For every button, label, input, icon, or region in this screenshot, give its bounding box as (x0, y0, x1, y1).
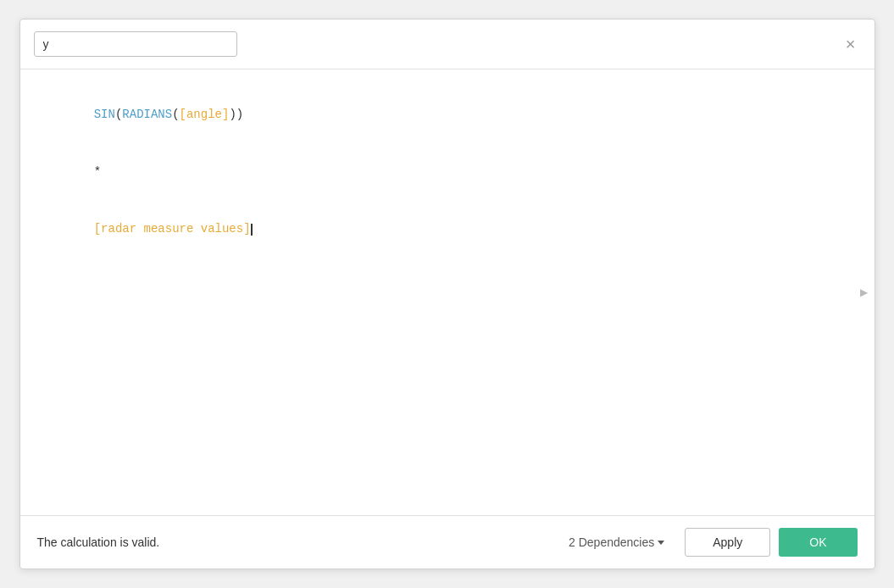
calculation-name-input[interactable] (34, 31, 237, 57)
code-line-1: SIN(RADIANS([angle])) (37, 86, 858, 143)
radar-measure-param: [radar measure values] (94, 222, 251, 236)
radians-function: RADIANS (122, 108, 172, 121)
code-line-2: * (37, 143, 858, 200)
text-cursor (251, 224, 253, 236)
scrollbar-arrow-right[interactable]: ▶ (860, 286, 868, 298)
dialog-footer: The calculation is valid. 2 Dependencies… (20, 515, 875, 569)
code-editor[interactable]: SIN(RADIANS([angle])) * [radar measure v… (20, 69, 875, 515)
angle-param: [angle] (180, 108, 230, 121)
ok-button[interactable]: OK (779, 528, 857, 557)
dependencies-button[interactable]: 2 Dependencies (562, 530, 671, 554)
close-button[interactable]: × (841, 34, 861, 54)
code-line-3: [radar measure values] (37, 200, 858, 257)
apply-button[interactable]: Apply (685, 528, 770, 557)
sin-function: SIN (94, 108, 115, 121)
chevron-down-icon (658, 541, 664, 545)
editor-body: SIN(RADIANS([angle])) * [radar measure v… (20, 69, 875, 515)
dependencies-label: 2 Dependencies (569, 535, 654, 549)
dialog-header: × (20, 19, 875, 69)
validation-status: The calculation is valid. (37, 535, 160, 549)
calculation-dialog: × SIN(RADIANS([angle])) * [radar measure… (19, 19, 875, 569)
multiply-operator: * (94, 165, 101, 179)
